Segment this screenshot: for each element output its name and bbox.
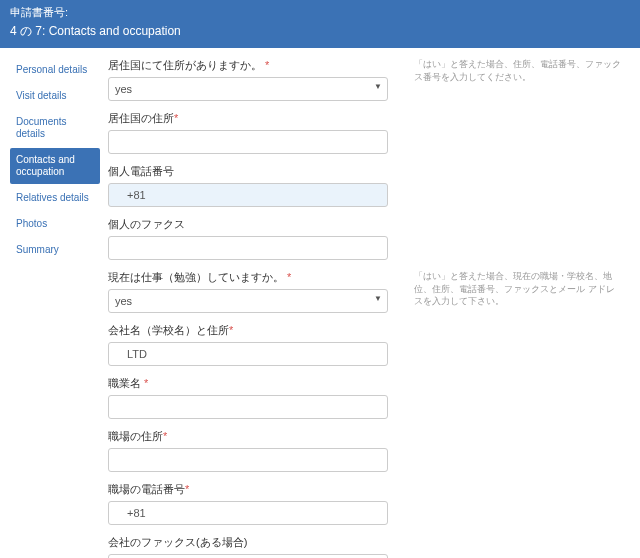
- sidebar-item-photos[interactable]: Photos: [10, 212, 100, 236]
- has-address-hint: 「はい」と答えた場合、住所、電話番号、ファックス番号を入力してください。: [402, 58, 622, 83]
- application-number-label: 申請書番号:: [10, 5, 630, 20]
- company-name-input[interactable]: [108, 342, 388, 366]
- work-address-label: 職場の住所*: [108, 429, 622, 444]
- step-title: 4 の 7: Contacts and occupation: [10, 23, 630, 40]
- form-main: 居住国にて住所がありますか。 * yes 「はい」と答えた場合、住所、電話番号、…: [100, 58, 630, 558]
- sidebar-item-documents-details[interactable]: Documents details: [10, 110, 100, 146]
- work-address-input[interactable]: [108, 448, 388, 472]
- work-fax-input[interactable]: [108, 554, 388, 558]
- company-name-label: 会社名（学校名）と住所*: [108, 323, 622, 338]
- has-address-select[interactable]: yes: [108, 77, 388, 101]
- sidebar-item-summary[interactable]: Summary: [10, 238, 100, 262]
- work-fax-label: 会社のファックス(ある場合): [108, 535, 622, 550]
- job-title-input[interactable]: [108, 395, 388, 419]
- sidebar-item-personal-details[interactable]: Personal details: [10, 58, 100, 82]
- home-address-label: 居住国の住所*: [108, 111, 622, 126]
- work-phone-input[interactable]: [108, 501, 388, 525]
- work-phone-label: 職場の電話番号*: [108, 482, 622, 497]
- sidebar-item-visit-details[interactable]: Visit details: [10, 84, 100, 108]
- personal-fax-label: 個人のファクス: [108, 217, 622, 232]
- working-label: 現在は仕事（勉強）していますか。 *: [108, 270, 402, 285]
- working-hint: 「はい」と答えた場合、現在の職場・学校名、地位、住所、電話番号、ファックスとメー…: [402, 270, 622, 308]
- working-select[interactable]: yes: [108, 289, 388, 313]
- sidebar-item-contacts-occupation[interactable]: Contacts and occupation: [10, 148, 100, 184]
- has-address-label: 居住国にて住所がありますか。 *: [108, 58, 402, 73]
- steps-sidebar: Personal details Visit details Documents…: [10, 58, 100, 558]
- home-address-input[interactable]: [108, 130, 388, 154]
- personal-phone-input[interactable]: [108, 183, 388, 207]
- sidebar-item-relatives-details[interactable]: Relatives details: [10, 186, 100, 210]
- page-header: 申請書番号: 4 の 7: Contacts and occupation: [0, 0, 640, 48]
- personal-fax-input[interactable]: [108, 236, 388, 260]
- job-title-label: 職業名 *: [108, 376, 622, 391]
- personal-phone-label: 個人電話番号: [108, 164, 622, 179]
